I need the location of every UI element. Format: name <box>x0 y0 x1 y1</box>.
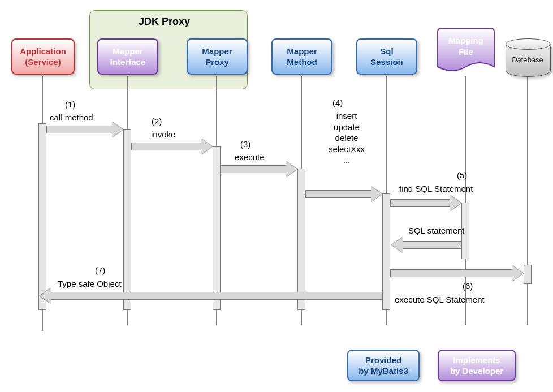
arrow-1 <box>46 126 113 133</box>
lifeline-db <box>527 76 528 325</box>
participant-mapper-method-label: Mapper Method <box>287 46 317 68</box>
step7-number: (7) <box>95 265 105 276</box>
arrow-7 <box>50 292 382 300</box>
step1-number: (1) <box>65 99 75 110</box>
arrow-3-head <box>286 161 297 177</box>
participant-mapper-interface: Mapper Interface <box>97 38 158 75</box>
legend-developed-label: Implements by Developer <box>450 355 503 377</box>
participant-mapper-interface-label: Mapper Interface <box>110 46 146 68</box>
step3-label: execute <box>235 152 265 163</box>
arrow-3 <box>221 165 287 173</box>
participant-sql-session: Sql Session <box>356 38 417 75</box>
step3-number: (3) <box>240 139 250 150</box>
step5-label: find SQL Statement <box>399 183 473 195</box>
step6-label: execute SQL Statement <box>395 294 485 305</box>
activation-iface <box>123 129 131 310</box>
arrow-2-head <box>201 139 213 154</box>
participant-application: Application (Service) <box>11 38 75 75</box>
participant-mapping-file-label: Mapping File <box>442 35 490 57</box>
step2-label: invoke <box>151 129 175 140</box>
arrow-1-head <box>112 122 123 137</box>
participant-mapper-proxy-label: Mapper Proxy <box>202 46 232 68</box>
participant-mapper-method: Mapper Method <box>271 38 332 75</box>
participant-application-label: Application (Service) <box>20 46 66 68</box>
jdk-proxy-label: JDK Proxy <box>139 16 190 28</box>
activation-method <box>297 169 305 310</box>
legend-provided: Provided by MyBatis3 <box>347 350 420 381</box>
arrow-5-return <box>401 241 461 249</box>
legend-developed: Implements by Developer <box>438 350 516 381</box>
step1-label: call method <box>50 112 93 123</box>
step5-return-label: SQL statement <box>408 225 465 236</box>
database-top-icon <box>506 38 551 50</box>
arrow-6-head <box>512 265 524 281</box>
arrow-4 <box>305 190 372 198</box>
arrow-4-head <box>371 186 382 202</box>
step4-number: (4) <box>332 97 343 109</box>
arrow-2 <box>131 143 202 150</box>
arrow-5 <box>390 199 451 207</box>
arrow-5-head <box>450 195 461 211</box>
activation-session <box>382 193 390 310</box>
participant-database-label: Database <box>506 55 550 64</box>
activation-app <box>38 123 46 310</box>
arrow-7-head <box>40 288 51 304</box>
arrow-6 <box>390 269 513 277</box>
activation-proxy <box>213 146 221 310</box>
sequence-diagram: JDK Proxy Application (Service) Mapper I… <box>0 0 553 392</box>
legend-provided-label: Provided by MyBatis3 <box>358 355 408 377</box>
step7-label: Type safe Object <box>58 278 122 290</box>
step2-number: (2) <box>152 116 162 127</box>
arrow-5-return-head <box>391 237 403 253</box>
step6-number: (6) <box>463 281 473 292</box>
participant-sql-session-label: Sql Session <box>370 46 403 68</box>
activation-db <box>524 265 532 284</box>
participant-mapper-proxy: Mapper Proxy <box>187 38 248 75</box>
step4-label: insert update delete selectXxx ... <box>316 110 378 166</box>
step5-number: (5) <box>457 170 467 181</box>
